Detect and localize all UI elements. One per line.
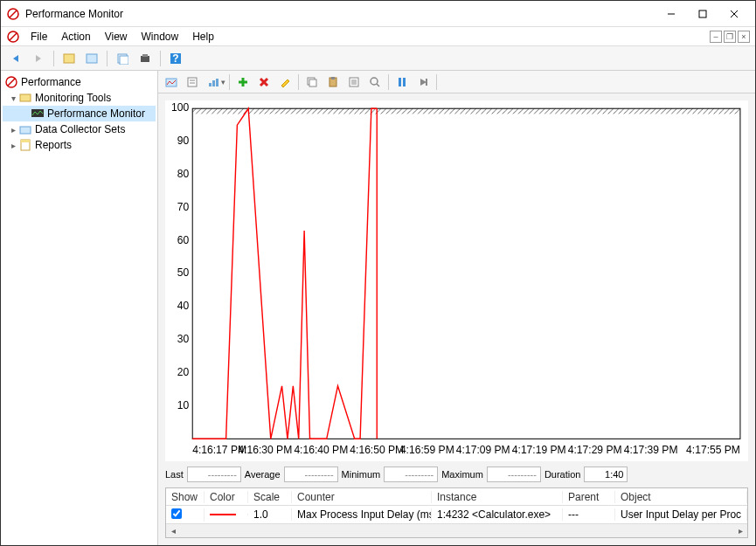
forward-button[interactable] bbox=[29, 49, 48, 68]
svg-line-43 bbox=[377, 84, 379, 86]
expand-icon[interactable]: ▸ bbox=[8, 141, 18, 150]
expand-icon[interactable]: ▸ bbox=[8, 125, 18, 135]
counter-legend: Show Color Scale Counter Instance Parent… bbox=[165, 487, 748, 538]
scroll-left-icon[interactable]: ◂ bbox=[166, 525, 180, 537]
menu-action[interactable]: Action bbox=[54, 29, 97, 45]
col-counter[interactable]: Counter bbox=[292, 491, 432, 503]
freeze-button[interactable] bbox=[392, 73, 412, 92]
counter-parent: --- bbox=[563, 508, 615, 521]
tree-label: Performance Monitor bbox=[47, 107, 145, 120]
back-button[interactable] bbox=[6, 49, 25, 68]
svg-rect-48 bbox=[192, 108, 740, 114]
minimize-button[interactable] bbox=[655, 3, 687, 24]
svg-point-42 bbox=[371, 78, 378, 85]
maximize-button[interactable] bbox=[687, 3, 718, 24]
folder-icon bbox=[18, 122, 32, 136]
close-button[interactable] bbox=[718, 3, 750, 24]
properties-button[interactable] bbox=[82, 49, 101, 68]
update-button[interactable] bbox=[413, 73, 433, 92]
copy-button[interactable] bbox=[302, 73, 322, 92]
col-object[interactable]: Object bbox=[615, 491, 747, 503]
toolbar-separator bbox=[436, 74, 437, 90]
average-label: Average bbox=[245, 469, 281, 480]
nav-tree[interactable]: Performance ▾ Monitoring Tools Performan… bbox=[1, 71, 158, 545]
svg-text:4:17:29 PM: 4:17:29 PM bbox=[568, 444, 622, 456]
svg-rect-44 bbox=[399, 78, 401, 86]
mdi-restore-button[interactable]: ❐ bbox=[724, 31, 736, 43]
toolbar-separator bbox=[388, 74, 389, 90]
svg-text:20: 20 bbox=[177, 366, 190, 378]
col-parent[interactable]: Parent bbox=[563, 491, 615, 503]
menu-window[interactable]: Window bbox=[135, 29, 186, 45]
add-counter-button[interactable] bbox=[233, 73, 253, 92]
svg-rect-3 bbox=[699, 10, 706, 17]
svg-text:4:17:09 PM: 4:17:09 PM bbox=[456, 444, 510, 456]
paste-button[interactable] bbox=[323, 73, 343, 92]
tree-performance-monitor[interactable]: Performance Monitor bbox=[3, 106, 156, 121]
new-window-button[interactable] bbox=[113, 49, 132, 68]
collapse-icon[interactable]: ▾ bbox=[8, 93, 18, 103]
tree-reports[interactable]: ▸ Reports bbox=[3, 137, 156, 153]
mmc-toolbar: ? bbox=[1, 46, 755, 71]
scroll-right-icon[interactable]: ▸ bbox=[733, 525, 747, 537]
menu-help[interactable]: Help bbox=[185, 29, 221, 45]
show-checkbox[interactable] bbox=[166, 508, 205, 522]
svg-text:40: 40 bbox=[177, 300, 190, 312]
export-button[interactable] bbox=[135, 49, 155, 68]
svg-text:70: 70 bbox=[177, 201, 190, 213]
menu-view[interactable]: View bbox=[98, 29, 135, 45]
zoom-button[interactable] bbox=[365, 73, 385, 92]
mdi-close-button[interactable]: × bbox=[738, 31, 750, 43]
chart-toolbar: ▾ bbox=[158, 71, 755, 93]
svg-text:4:16:50 PM: 4:16:50 PM bbox=[350, 444, 404, 456]
monitor-icon bbox=[31, 107, 45, 121]
legend-header[interactable]: Show Color Scale Counter Instance Parent… bbox=[166, 488, 747, 506]
tree-data-collector-sets[interactable]: ▸ Data Collector Sets bbox=[3, 121, 156, 137]
properties-chart-button[interactable] bbox=[344, 73, 364, 92]
view-current-button[interactable] bbox=[162, 73, 181, 92]
change-graph-button[interactable] bbox=[204, 73, 223, 92]
col-show[interactable]: Show bbox=[166, 491, 205, 503]
tree-monitoring-tools[interactable]: ▾ Monitoring Tools bbox=[3, 90, 156, 106]
tree-label: Monitoring Tools bbox=[35, 92, 111, 104]
menubar: File Action View Window Help – ❐ × bbox=[1, 27, 755, 46]
show-hide-tree-button[interactable] bbox=[59, 49, 79, 68]
svg-rect-13 bbox=[142, 54, 148, 57]
perfmon-icon bbox=[6, 30, 20, 44]
mdi-minimize-button[interactable]: – bbox=[710, 31, 722, 43]
svg-text:4:17:39 PM: 4:17:39 PM bbox=[624, 444, 678, 456]
highlight-button[interactable] bbox=[275, 73, 295, 92]
svg-rect-8 bbox=[64, 54, 74, 63]
toolbar-separator bbox=[53, 51, 54, 66]
tree-root-performance[interactable]: Performance bbox=[3, 74, 156, 90]
svg-text:60: 60 bbox=[177, 233, 190, 245]
col-instance[interactable]: Instance bbox=[432, 491, 563, 503]
svg-text:90: 90 bbox=[177, 135, 190, 147]
col-scale[interactable]: Scale bbox=[248, 491, 292, 503]
tree-label: Performance bbox=[21, 76, 81, 88]
minimum-label: Minimum bbox=[342, 469, 381, 480]
legend-row[interactable]: 1.0 Max Process Input Delay (ms) 1:4232 … bbox=[166, 506, 747, 523]
legend-scrollbar[interactable]: ◂ ▸ bbox=[166, 523, 747, 537]
menu-file[interactable]: File bbox=[24, 29, 54, 45]
tree-label: Reports bbox=[35, 139, 72, 151]
app-icon bbox=[6, 7, 20, 21]
col-color[interactable]: Color bbox=[205, 491, 248, 503]
window-title: Performance Monitor bbox=[25, 8, 655, 20]
window-controls bbox=[655, 3, 750, 24]
delete-counter-button[interactable] bbox=[254, 73, 274, 92]
line-chart: 1020304050607080901004:16:17 PM4:16:30 P… bbox=[166, 101, 747, 460]
perfmon-icon bbox=[4, 75, 18, 89]
counter-scale: 1.0 bbox=[248, 508, 292, 521]
help-button[interactable]: ? bbox=[166, 49, 185, 68]
view-log-button[interactable] bbox=[183, 73, 202, 92]
svg-text:30: 30 bbox=[177, 333, 190, 345]
counter-name: Max Process Input Delay (ms) bbox=[292, 508, 432, 521]
svg-rect-35 bbox=[309, 79, 316, 86]
stats-row: Last --------- Average --------- Minimum… bbox=[158, 465, 755, 484]
duration-value: 1:40 bbox=[584, 467, 628, 482]
svg-text:50: 50 bbox=[177, 266, 190, 279]
duration-label: Duration bbox=[544, 469, 581, 480]
svg-line-17 bbox=[8, 79, 15, 86]
chart-area[interactable]: 1020304050607080901004:16:17 PM4:16:30 P… bbox=[165, 100, 748, 461]
